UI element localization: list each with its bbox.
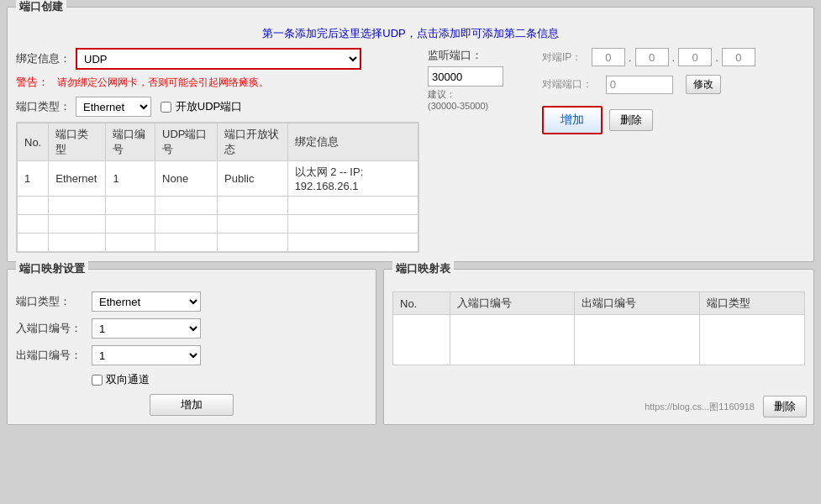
port-type-select[interactable]: Ethernet (76, 97, 151, 117)
map-col-no: No. (393, 292, 450, 315)
table-row[interactable]: 1Ethernet1NonePublic以太网 2 -- IP: 192.168… (18, 161, 418, 197)
mapping-table: No. 入端口编号 出端口编号 端口类型 (392, 291, 805, 365)
mapping-delete-button[interactable]: 删除 (763, 396, 807, 417)
warning-label: 警告： (16, 75, 49, 90)
out-port-label: 出端口编号： (16, 348, 92, 363)
bidirectional-label: 双向通道 (106, 372, 150, 387)
col-port-num: 端口编号 (106, 123, 155, 161)
top-panel-title: 端口创建 (16, 0, 66, 14)
table-row-empty (18, 197, 418, 215)
map-col-type: 端口类型 (699, 292, 804, 315)
instruction-text: 第一条添加完后这里选择UDP，点击添加即可添加第二条信息 (16, 26, 805, 41)
listen-port-input[interactable] (428, 66, 503, 87)
bottom-left-title: 端口映射设置 (16, 261, 88, 276)
col-binding: 绑定信息 (287, 123, 418, 161)
open-udp-checkbox[interactable] (161, 102, 171, 113)
settings-port-type-label: 端口类型： (16, 294, 92, 309)
table-cell: 1 (18, 161, 49, 197)
binding-label: 绑定信息： (16, 51, 71, 66)
remote-port-input[interactable] (606, 76, 673, 94)
binding-select[interactable]: UDP (76, 48, 361, 70)
mapping-empty-row (393, 315, 805, 365)
table-cell: 以太网 2 -- IP: 192.168.26.1 (287, 161, 418, 197)
port-type-label: 端口类型： (16, 99, 71, 114)
remote-ip-4[interactable] (722, 48, 755, 66)
remote-port-label: 对端端口： (542, 77, 592, 92)
remote-ip-1[interactable] (592, 48, 625, 66)
suggest-range: (30000-35000) (428, 101, 488, 111)
map-col-out: 出端口编号 (575, 292, 700, 315)
col-port-type: 端口类型 (49, 123, 106, 161)
table-cell: 1 (106, 161, 155, 197)
table-row-empty (18, 234, 418, 252)
modify-button[interactable]: 修改 (686, 75, 721, 94)
open-udp-label: 开放UDP端口 (176, 99, 242, 114)
out-port-select[interactable]: 1 (92, 345, 201, 365)
port-table: No. 端口类型 端口编号 UDP端口号 端口开放状态 绑定信息 1Ethern… (17, 123, 418, 252)
in-port-select[interactable]: 1 (92, 318, 201, 339)
col-no: No. (18, 123, 49, 161)
map-col-in: 入端口编号 (450, 292, 575, 315)
suggest-label: 建议： (428, 89, 455, 99)
table-cell: None (155, 161, 218, 197)
remote-ip-label: 对端IP： (542, 50, 582, 65)
remote-ip-2[interactable] (635, 48, 669, 66)
table-cell: Public (218, 161, 288, 197)
delete-main-button[interactable]: 删除 (609, 109, 653, 131)
bottom-right-title: 端口映射表 (392, 261, 454, 276)
mapping-table-container: No. 入端口编号 出端口编号 端口类型 (392, 291, 805, 365)
mapping-add-button[interactable]: 增加 (150, 394, 234, 416)
table-row-empty (18, 215, 418, 234)
col-udp-port: UDP端口号 (155, 123, 218, 161)
add-main-button[interactable]: 增加 (542, 106, 603, 134)
col-open-status: 端口开放状态 (218, 123, 288, 161)
footer-link: https://blog.cs...图1160918 (645, 401, 755, 413)
table-cell: Ethernet (49, 161, 106, 197)
port-table-container: No. 端口类型 端口编号 UDP端口号 端口开放状态 绑定信息 1Ethern… (16, 122, 419, 253)
listen-port-label: 监听端口： (428, 49, 482, 61)
settings-port-type-select[interactable]: Ethernet (92, 291, 201, 312)
remote-ip-3[interactable] (678, 48, 712, 66)
in-port-label: 入端口编号： (16, 321, 92, 336)
bidirectional-checkbox[interactable] (92, 375, 103, 386)
warning-text: 请勿绑定公网网卡，否则可能会引起网络瘫痪。 (57, 76, 269, 90)
